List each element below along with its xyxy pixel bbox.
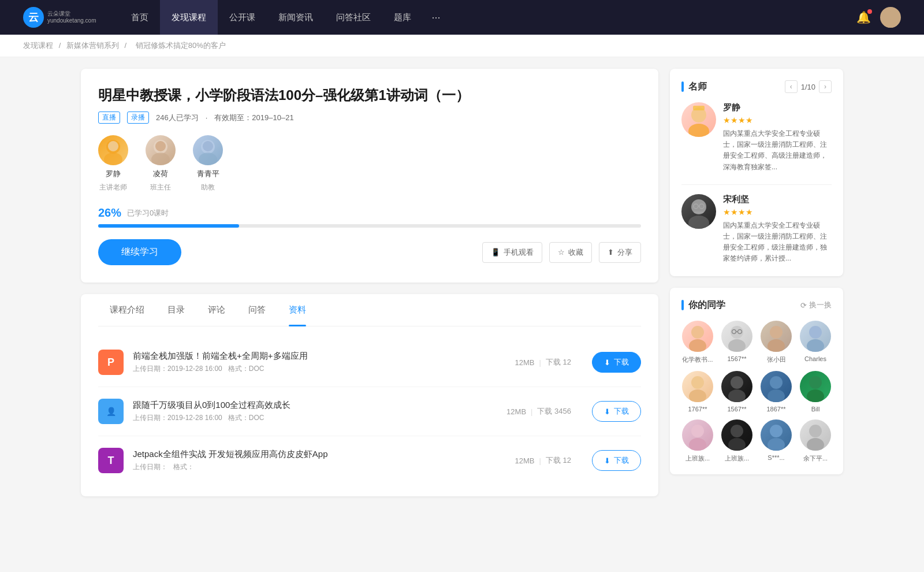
refresh-icon: ⟳ [800,301,807,310]
file-meta-2: 上传日期：2019-12-28 16:00 格式：DOC [133,413,497,423]
classmate-name-4: Charles [804,355,826,362]
svg-point-9 [203,141,213,151]
svg-point-39 [691,425,704,437]
share-label: 分享 [617,247,632,258]
download-button-2[interactable]: ⬇ 下载 [592,401,641,422]
file-info-2: 跟随千万级项目从0到100全过程高效成长 上传日期：2019-12-28 16:… [133,400,497,423]
classmate-avatar-3 [761,321,792,352]
student-count: 246人已学习 [156,113,199,123]
svg-point-46 [807,438,824,451]
file-size-1: 12MB [515,358,535,367]
nav-item-exam[interactable]: 题库 [382,0,423,35]
title-bar-decoration-classmates [681,300,684,310]
teacher-stars-luojing: ★★★★ [723,116,832,125]
file-stats-2: 12MB | 下载 3456 [506,406,571,417]
svg-point-6 [155,141,166,151]
tab-catalog[interactable]: 目录 [156,294,196,326]
teacher-name-qingqingping: 青青平 [197,169,219,179]
svg-point-36 [767,389,785,402]
classmates-title: 你的同学 [681,299,725,311]
svg-point-27 [770,326,783,339]
breadcrumb: 发现课程 / 新媒体营销系列 / 销冠修炼术搞定80%的客户 [0,35,924,57]
progress-text: 已学习0课时 [127,208,169,218]
classmate-avatar-5 [682,371,713,402]
user-avatar[interactable] [880,7,901,28]
mobile-icon: 📱 [491,248,500,257]
badge-record: 录播 [127,112,149,124]
svg-point-32 [689,389,706,402]
nav-item-opencourse[interactable]: 公开课 [218,0,267,35]
file-size-3: 12MB [515,456,535,465]
classmate-name-6: 1567** [727,406,746,413]
breadcrumb-link-discover[interactable]: 发现课程 [23,41,53,50]
svg-point-41 [731,425,743,437]
teacher-name-linhe: 凌荷 [153,169,168,179]
teachers: 罗静 主讲老师 凌荷 班主任 [98,135,641,192]
continue-learning-button[interactable]: 继续学习 [98,239,181,265]
nav-item-discover[interactable]: 发现课程 [160,0,218,35]
nav-item-qa[interactable]: 问答社区 [325,0,382,35]
svg-point-10 [199,153,217,165]
svg-point-3 [108,141,118,151]
svg-point-12 [688,124,709,137]
svg-point-31 [691,376,704,389]
classmate-name-2: 1567** [727,355,746,362]
file-info-3: Jetpack全组件实战 开发短视频应用高仿皮皮虾App 上传日期： 格式： [133,449,506,472]
refresh-classmates-button[interactable]: ⟳ 换一换 [800,300,832,310]
classmates-header: 你的同学 ⟳ 换一换 [681,299,832,311]
download-button-1[interactable]: ⬇ 下载 [592,352,641,373]
file-icon-1: P [98,350,124,375]
breadcrumb-link-series[interactable]: 新媒体营销系列 [66,41,119,50]
file-info-1: 前端全栈加强版！前端全栈+全周期+多端应用 上传日期：2019-12-28 16… [133,351,506,374]
share-icon: ⬆ [608,248,614,257]
notification-bell[interactable]: 🔔 [856,10,871,24]
tab-qa[interactable]: 问答 [237,294,277,326]
classmate-name-7: 1867** [766,406,785,413]
svg-point-43 [770,425,783,437]
classmate-name-5: 1767** [688,406,707,413]
download-button-3[interactable]: ⬇ 下载 [592,450,641,471]
share-button[interactable]: ⬆ 分享 [599,242,641,263]
tab-comments[interactable]: 评论 [196,294,237,326]
tab-intro[interactable]: 课程介绍 [98,294,156,326]
classmate-item-4: Charles [799,321,832,364]
svg-point-35 [770,376,783,389]
classmate-name-1: 化学教书... [682,355,713,364]
watch-mobile-button[interactable]: 📱 手机观看 [482,242,542,263]
course-title: 明星中教授课，小学阶段语法100分–强化级第1讲动词（一） [98,86,641,105]
file-icon-3: T [98,448,124,473]
course-actions: 继续学习 📱 手机观看 ☆ 收藏 ⬆ 分享 [98,239,641,265]
teacher-role-luojing: 主讲老师 [99,183,127,192]
pagination-current: 1/10 [801,83,815,91]
teacher-desc-luojing: 国内某重点大学安全工程专业硕士，国家一级注册消防工程师、注册安全工程师、高级注册… [723,128,832,173]
pagination-prev[interactable]: ‹ [785,80,798,93]
collect-button[interactable]: ☆ 收藏 [549,242,592,263]
breadcrumb-current: 销冠修炼术搞定80%的客户 [136,41,226,50]
svg-point-37 [809,376,822,389]
logo[interactable]: 云 云朵课堂 yundouketang.com [23,7,96,28]
download-icon-2: ⬇ [604,407,610,416]
file-stats-3: 12MB | 下载 12 [515,455,571,466]
svg-point-45 [809,425,822,437]
tab-materials[interactable]: 资料 [277,294,318,326]
teachers-title-text: 名师 [688,81,707,93]
star-icon: ☆ [558,248,565,257]
classmate-avatar-6 [721,371,752,402]
classmate-name-9: 上班族... [685,454,710,463]
classmate-avatar-1 [682,321,713,352]
content-area: 明星中教授课，小学阶段语法100分–强化级第1讲动词（一） 直播 录播 246人… [81,69,658,496]
nav-more-button[interactable]: ··· [423,12,450,24]
pagination-next[interactable]: › [819,80,832,93]
classmate-avatar-4 [800,321,831,352]
tabs-section: 课程介绍 目录 评论 问答 资料 P 前端全栈加强版！前端全栈+全周期+多端应用… [81,294,658,496]
file-icon-2: 👤 [98,399,124,424]
classmate-avatar-10 [721,419,752,451]
classmate-avatar-12 [800,419,831,451]
classmate-item-9: 上班族... [681,419,714,463]
nav-item-news[interactable]: 新闻资讯 [267,0,325,35]
nav-item-home[interactable]: 首页 [120,0,160,35]
file-name-2: 跟随千万级项目从0到100全过程高效成长 [133,400,497,411]
teacher-qingqingping: 青青平 助教 [193,135,223,192]
classmate-name-12: 余下平... [803,454,828,463]
teachers-card-header: 名师 ‹ 1/10 › [681,80,832,93]
